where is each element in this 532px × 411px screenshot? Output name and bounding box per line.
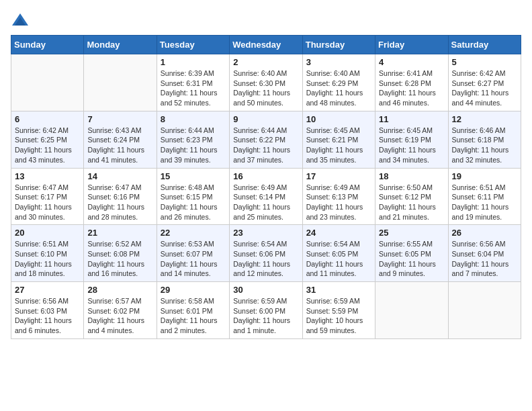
day-number: 7 — [87, 114, 152, 124]
page-header — [11, 11, 521, 30]
day-info: Sunrise: 6:45 AMSunset: 6:19 PMDaylight:… — [379, 126, 444, 165]
day-info: Sunrise: 6:54 AMSunset: 6:06 PMDaylight:… — [233, 239, 298, 279]
day-number: 12 — [452, 114, 517, 124]
calendar-day-cell: 6Sunrise: 6:42 AMSunset: 6:25 PMDaylight… — [11, 111, 84, 168]
day-info: Sunrise: 6:49 AMSunset: 6:13 PMDaylight:… — [306, 183, 371, 222]
day-info: Sunrise: 6:47 AMSunset: 6:16 PMDaylight:… — [87, 183, 152, 222]
day-info: Sunrise: 6:44 AMSunset: 6:23 PMDaylight:… — [161, 126, 226, 165]
day-number: 23 — [233, 228, 298, 238]
day-info: Sunrise: 6:50 AMSunset: 6:12 PMDaylight:… — [379, 183, 444, 222]
day-number: 15 — [161, 171, 226, 181]
calendar-day-cell: 29Sunrise: 6:58 AMSunset: 6:01 PMDayligh… — [157, 282, 229, 339]
day-number: 22 — [161, 228, 226, 238]
day-number: 9 — [233, 114, 298, 124]
calendar-day-cell: 3Sunrise: 6:40 AMSunset: 6:29 PMDaylight… — [302, 54, 375, 111]
day-number: 4 — [379, 57, 444, 67]
calendar-day-cell: 15Sunrise: 6:48 AMSunset: 6:15 PMDayligh… — [157, 168, 229, 225]
day-info: Sunrise: 6:56 AMSunset: 6:03 PMDaylight:… — [15, 296, 80, 336]
day-info: Sunrise: 6:53 AMSunset: 6:07 PMDaylight:… — [161, 239, 226, 279]
weekday-header-cell: Saturday — [448, 36, 521, 54]
calendar-day-cell: 7Sunrise: 6:43 AMSunset: 6:24 PMDaylight… — [84, 111, 157, 168]
calendar-day-cell: 31Sunrise: 6:59 AMSunset: 5:59 PMDayligh… — [302, 282, 375, 339]
day-number: 19 — [452, 171, 517, 181]
calendar-day-cell: 16Sunrise: 6:49 AMSunset: 6:14 PMDayligh… — [230, 168, 302, 225]
calendar-day-cell: 18Sunrise: 6:50 AMSunset: 6:12 PMDayligh… — [375, 168, 448, 225]
weekday-header-cell: Tuesday — [157, 36, 229, 54]
day-info: Sunrise: 6:44 AMSunset: 6:22 PMDaylight:… — [233, 126, 298, 165]
day-info: Sunrise: 6:49 AMSunset: 6:14 PMDaylight:… — [233, 183, 298, 222]
day-number: 29 — [161, 285, 226, 295]
calendar-day-cell: 22Sunrise: 6:53 AMSunset: 6:07 PMDayligh… — [157, 225, 229, 282]
day-number: 10 — [306, 114, 371, 124]
day-number: 28 — [87, 285, 152, 295]
day-info: Sunrise: 6:42 AMSunset: 6:25 PMDaylight:… — [15, 126, 80, 165]
day-info: Sunrise: 6:47 AMSunset: 6:17 PMDaylight:… — [15, 183, 80, 222]
day-info: Sunrise: 6:46 AMSunset: 6:18 PMDaylight:… — [452, 126, 517, 165]
calendar-header-row: SundayMondayTuesdayWednesdayThursdayFrid… — [11, 36, 521, 54]
day-number: 27 — [15, 285, 80, 295]
calendar-day-cell: 26Sunrise: 6:56 AMSunset: 6:04 PMDayligh… — [448, 225, 521, 282]
logo — [11, 11, 32, 30]
calendar-week-row: 1Sunrise: 6:39 AMSunset: 6:31 PMDaylight… — [11, 54, 521, 111]
weekday-header-cell: Wednesday — [230, 36, 302, 54]
calendar-day-cell: 30Sunrise: 6:59 AMSunset: 6:00 PMDayligh… — [230, 282, 302, 339]
calendar-week-row: 27Sunrise: 6:56 AMSunset: 6:03 PMDayligh… — [11, 282, 521, 339]
calendar-day-cell: 10Sunrise: 6:45 AMSunset: 6:21 PMDayligh… — [302, 111, 375, 168]
calendar-day-cell: 17Sunrise: 6:49 AMSunset: 6:13 PMDayligh… — [302, 168, 375, 225]
day-info: Sunrise: 6:40 AMSunset: 6:30 PMDaylight:… — [233, 68, 298, 108]
calendar-day-cell: 19Sunrise: 6:51 AMSunset: 6:11 PMDayligh… — [448, 168, 521, 225]
calendar-day-cell: 27Sunrise: 6:56 AMSunset: 6:03 PMDayligh… — [11, 282, 84, 339]
day-number: 5 — [452, 57, 517, 67]
day-info: Sunrise: 6:41 AMSunset: 6:28 PMDaylight:… — [379, 68, 444, 108]
day-info: Sunrise: 6:58 AMSunset: 6:01 PMDaylight:… — [161, 296, 226, 336]
calendar-day-cell: 21Sunrise: 6:52 AMSunset: 6:08 PMDayligh… — [84, 225, 157, 282]
calendar-day-cell: 28Sunrise: 6:57 AMSunset: 6:02 PMDayligh… — [84, 282, 157, 339]
day-info: Sunrise: 6:59 AMSunset: 6:00 PMDaylight:… — [233, 296, 298, 336]
day-info: Sunrise: 6:54 AMSunset: 6:05 PMDaylight:… — [306, 239, 371, 279]
day-info: Sunrise: 6:55 AMSunset: 6:05 PMDaylight:… — [379, 239, 444, 279]
calendar-table: SundayMondayTuesdayWednesdayThursdayFrid… — [11, 35, 521, 339]
calendar-day-cell: 14Sunrise: 6:47 AMSunset: 6:16 PMDayligh… — [84, 168, 157, 225]
calendar-day-cell — [375, 282, 448, 339]
calendar-day-cell — [448, 282, 521, 339]
calendar-day-cell: 12Sunrise: 6:46 AMSunset: 6:18 PMDayligh… — [448, 111, 521, 168]
day-number: 24 — [306, 228, 371, 238]
day-info: Sunrise: 6:56 AMSunset: 6:04 PMDaylight:… — [452, 239, 517, 279]
day-info: Sunrise: 6:59 AMSunset: 5:59 PMDaylight:… — [306, 296, 371, 336]
calendar-day-cell: 2Sunrise: 6:40 AMSunset: 6:30 PMDaylight… — [230, 54, 302, 111]
calendar-week-row: 6Sunrise: 6:42 AMSunset: 6:25 PMDaylight… — [11, 111, 521, 168]
day-info: Sunrise: 6:51 AMSunset: 6:10 PMDaylight:… — [15, 239, 80, 279]
day-number: 30 — [233, 285, 298, 295]
weekday-header-cell: Sunday — [11, 36, 84, 54]
logo-icon — [11, 11, 30, 30]
day-info: Sunrise: 6:52 AMSunset: 6:08 PMDaylight:… — [87, 239, 152, 279]
calendar-day-cell: 1Sunrise: 6:39 AMSunset: 6:31 PMDaylight… — [157, 54, 229, 111]
calendar-day-cell: 11Sunrise: 6:45 AMSunset: 6:19 PMDayligh… — [375, 111, 448, 168]
calendar-day-cell: 13Sunrise: 6:47 AMSunset: 6:17 PMDayligh… — [11, 168, 84, 225]
day-number: 25 — [379, 228, 444, 238]
day-info: Sunrise: 6:48 AMSunset: 6:15 PMDaylight:… — [161, 183, 226, 222]
calendar-body: 1Sunrise: 6:39 AMSunset: 6:31 PMDaylight… — [11, 54, 521, 339]
day-info: Sunrise: 6:45 AMSunset: 6:21 PMDaylight:… — [306, 126, 371, 165]
day-info: Sunrise: 6:51 AMSunset: 6:11 PMDaylight:… — [452, 183, 517, 222]
weekday-header-cell: Monday — [84, 36, 157, 54]
calendar-day-cell — [84, 54, 157, 111]
calendar-day-cell — [11, 54, 84, 111]
calendar-day-cell: 4Sunrise: 6:41 AMSunset: 6:28 PMDaylight… — [375, 54, 448, 111]
calendar-day-cell: 24Sunrise: 6:54 AMSunset: 6:05 PMDayligh… — [302, 225, 375, 282]
calendar-day-cell: 9Sunrise: 6:44 AMSunset: 6:22 PMDaylight… — [230, 111, 302, 168]
day-number: 17 — [306, 171, 371, 181]
day-number: 14 — [87, 171, 152, 181]
day-number: 11 — [379, 114, 444, 124]
calendar-day-cell: 23Sunrise: 6:54 AMSunset: 6:06 PMDayligh… — [230, 225, 302, 282]
day-number: 31 — [306, 285, 371, 295]
calendar-day-cell: 25Sunrise: 6:55 AMSunset: 6:05 PMDayligh… — [375, 225, 448, 282]
day-number: 2 — [233, 57, 298, 67]
day-info: Sunrise: 6:39 AMSunset: 6:31 PMDaylight:… — [161, 68, 226, 108]
day-info: Sunrise: 6:42 AMSunset: 6:27 PMDaylight:… — [452, 68, 517, 108]
calendar-week-row: 13Sunrise: 6:47 AMSunset: 6:17 PMDayligh… — [11, 168, 521, 225]
day-info: Sunrise: 6:40 AMSunset: 6:29 PMDaylight:… — [306, 68, 371, 108]
calendar-day-cell: 8Sunrise: 6:44 AMSunset: 6:23 PMDaylight… — [157, 111, 229, 168]
day-number: 3 — [306, 57, 371, 67]
calendar-day-cell: 5Sunrise: 6:42 AMSunset: 6:27 PMDaylight… — [448, 54, 521, 111]
